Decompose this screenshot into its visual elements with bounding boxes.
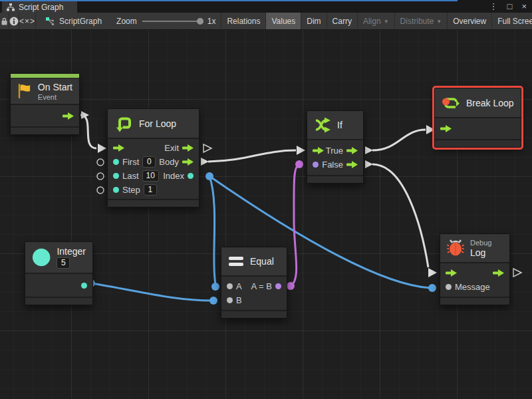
node-equal[interactable]: Equal A A = B B — [221, 247, 287, 319]
wire-index-to-equal-a — [209, 176, 215, 284]
toolbar-button-values[interactable]: Values — [266, 13, 301, 29]
integer-value-field[interactable]: 5 — [57, 257, 70, 269]
graph-canvas[interactable]: On Start Event For Loop — [0, 30, 532, 399]
node-header[interactable]: Equal — [221, 247, 287, 277]
code-view-button[interactable]: <×> — [19, 13, 36, 29]
integer-output-port[interactable] — [81, 283, 87, 289]
flow-input-port[interactable] — [440, 125, 452, 132]
equals-icon — [228, 255, 244, 267]
false-output-port[interactable] — [346, 161, 358, 168]
exit-output-port[interactable] — [182, 144, 194, 152]
node-debug-log[interactable]: Debug Log Message — [440, 233, 510, 305]
false-port-label: False — [322, 160, 343, 170]
zoom-slider-handle[interactable] — [197, 18, 203, 25]
graph-breadcrumb[interactable]: ScriptGraph — [36, 13, 111, 29]
zoom-slider[interactable] — [142, 21, 202, 22]
iffalse-wire-dot[interactable] — [295, 160, 303, 168]
true-output-port[interactable] — [346, 147, 358, 154]
node-footer — [108, 199, 199, 207]
node-header[interactable]: Integer 5 — [25, 242, 92, 274]
toolbar-button-distribute[interactable]: Distribute ▼ — [395, 13, 448, 29]
result-output-port[interactable] — [275, 283, 281, 289]
tab-script-graph[interactable]: Script Graph — [2, 1, 77, 13]
flag-icon — [17, 82, 32, 100]
node-footer — [435, 139, 521, 147]
event-strip — [11, 74, 79, 78]
onstart-output-connector[interactable] — [81, 111, 89, 119]
forloop-exit-unconnected[interactable] — [203, 144, 211, 152]
toolbar-button-fullscreen[interactable]: Full Screen — [492, 13, 532, 29]
equal-a-wire-dot[interactable] — [211, 283, 219, 291]
toolbar-button-dim[interactable]: Dim — [301, 13, 327, 29]
node-header[interactable]: Debug Log — [440, 234, 509, 263]
exit-port-label: Exit — [164, 143, 179, 153]
message-input-port[interactable] — [446, 284, 452, 290]
last-input-port[interactable] — [113, 173, 119, 179]
node-integer[interactable]: Integer 5 — [25, 241, 93, 305]
align-label: Align — [363, 17, 381, 26]
window-menu-icon[interactable]: ⋮ — [489, 0, 498, 13]
branch-icon — [314, 117, 331, 133]
if-false-connector[interactable] — [365, 160, 373, 168]
toolbar-button-overview[interactable]: Overview — [448, 13, 492, 29]
tab-title: Script Graph — [19, 3, 63, 12]
wire-iftrue-to-breakloop — [372, 130, 426, 150]
last-port-label: Last — [122, 171, 139, 181]
last-value-field[interactable]: 10 — [142, 170, 159, 182]
info-button[interactable] — [9, 13, 19, 29]
bug-icon — [447, 239, 464, 257]
forloop-step-unconnected[interactable] — [97, 187, 104, 194]
node-for-loop[interactable]: For Loop Exit First — [107, 108, 200, 207]
window-close-icon[interactable]: × — [521, 0, 527, 13]
step-input-port[interactable] — [113, 187, 119, 193]
flow-input-port[interactable] — [313, 147, 324, 154]
node-title: If — [337, 120, 342, 130]
lock-button[interactable] — [0, 13, 9, 29]
flow-output-port[interactable] — [63, 112, 74, 120]
distribute-label: Distribute — [400, 17, 434, 26]
forloop-first-unconnected[interactable] — [97, 159, 104, 166]
b-input-port[interactable] — [227, 297, 233, 303]
graph-toolbar: <×> ScriptGraph Zoom 1x Relations Values… — [0, 13, 532, 30]
node-header[interactable]: If — [307, 111, 363, 140]
message-wire-dot[interactable] — [428, 284, 436, 292]
wire-body-to-if — [208, 150, 296, 162]
node-if[interactable]: If True — [307, 110, 364, 184]
flow-output-port[interactable] — [493, 269, 504, 277]
equal-b-wire-dot[interactable] — [209, 297, 217, 305]
connection-wires — [0, 30, 532, 399]
index-output-port[interactable] — [188, 173, 194, 179]
flow-input-port[interactable] — [113, 144, 124, 152]
flow-input-port[interactable] — [446, 269, 457, 277]
toolbar-button-align[interactable]: Align ▼ — [358, 13, 395, 29]
forloop-body-connector[interactable] — [201, 158, 209, 166]
true-port-label: True — [326, 146, 343, 156]
node-on-start[interactable]: On Start Event — [10, 73, 80, 135]
equal-result-wire-dot[interactable] — [287, 282, 295, 290]
first-input-port[interactable] — [113, 159, 119, 165]
first-value-field[interactable]: 0 — [142, 156, 156, 168]
condition-input-port[interactable] — [313, 162, 319, 168]
node-header[interactable]: For Loop — [108, 109, 199, 139]
if-true-connector[interactable] — [365, 146, 373, 154]
info-icon — [9, 17, 19, 26]
node-header[interactable]: On Start Event — [11, 78, 79, 105]
index-wire-dot[interactable] — [205, 172, 213, 180]
a-input-port[interactable] — [227, 283, 233, 289]
toolbar-button-relations[interactable]: Relations — [221, 13, 266, 29]
debuglog-output-unconnected[interactable] — [513, 269, 521, 277]
toolbar-button-carry[interactable]: Carry — [327, 13, 358, 29]
node-header[interactable]: Break Loop — [435, 88, 521, 118]
first-port-label: First — [122, 157, 139, 167]
step-value-field[interactable]: 1 — [144, 184, 157, 196]
debuglog-input-arrowhead[interactable] — [428, 268, 437, 277]
node-break-loop[interactable]: Break Loop — [434, 88, 521, 148]
forloop-last-unconnected[interactable] — [97, 173, 104, 180]
if-input-arrowhead[interactable] — [297, 146, 305, 155]
message-port-label: Message — [455, 282, 490, 292]
forloop-input-arrowhead[interactable] — [98, 144, 106, 153]
zoom-control: Zoom 1x — [111, 13, 221, 29]
body-output-port[interactable] — [182, 158, 194, 166]
a-port-label: A — [236, 281, 242, 291]
window-maximize-icon[interactable]: □ — [507, 0, 513, 13]
